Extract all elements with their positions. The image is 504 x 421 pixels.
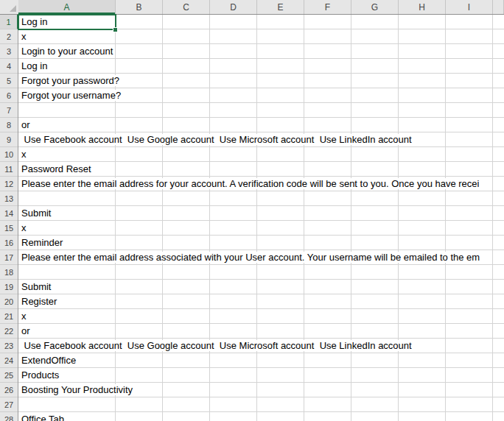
sheet-row-7: 7 — [0, 103, 504, 118]
row-header-28[interactable]: 28 — [0, 412, 18, 421]
sheet-row-17: 17Please enter the email address associa… — [0, 250, 504, 265]
cell-A2[interactable]: x — [18, 29, 504, 43]
sheet-row-11: 11Password Reset — [0, 162, 504, 177]
cell-A28[interactable]: Office Tab — [18, 412, 504, 421]
column-header-G[interactable]: G — [351, 0, 399, 14]
row-header-25[interactable]: 25 — [0, 368, 18, 383]
sheet-row-15: 15x — [0, 221, 504, 236]
row-header-17[interactable]: 17 — [0, 250, 18, 265]
select-all-corner[interactable] — [0, 0, 18, 14]
cell-text: or — [21, 119, 30, 130]
cell-text: ExtendOffice — [21, 355, 76, 366]
cell-A7[interactable] — [18, 103, 504, 117]
sheet-row-10: 10x — [0, 147, 504, 162]
sheet-rows: 1Log in2x3Login to your account4Log in5F… — [0, 15, 504, 421]
row-header-7[interactable]: 7 — [0, 103, 18, 118]
cell-text: Forgot your username? — [21, 90, 121, 101]
row-header-12[interactable]: 12 — [0, 177, 18, 191]
cell-A15[interactable]: x — [18, 221, 504, 235]
sheet-row-16: 16Reminder — [0, 236, 504, 250]
row-header-18[interactable]: 18 — [0, 265, 18, 280]
column-header-E[interactable]: E — [257, 0, 304, 14]
cell-text: Password Reset — [21, 163, 91, 174]
row-header-9[interactable]: 9 — [0, 132, 18, 147]
cell-A13[interactable] — [18, 191, 504, 205]
cell-A6[interactable]: Forgot your username? — [18, 88, 504, 102]
cell-A23[interactable]: Use Facebook account Use Google account … — [18, 339, 504, 353]
cell-text: or — [21, 325, 30, 336]
row-header-8[interactable]: 8 — [0, 118, 18, 132]
sheet-row-23: 23 Use Facebook account Use Google accou… — [0, 339, 504, 353]
column-header-A[interactable]: A — [18, 0, 116, 14]
cell-A1[interactable]: Log in — [18, 15, 504, 29]
cell-text: Reminder — [21, 237, 63, 248]
row-header-6[interactable]: 6 — [0, 88, 18, 103]
cell-text: x — [21, 31, 27, 42]
row-header-23[interactable]: 23 — [0, 339, 18, 353]
sheet-row-4: 4Log in — [0, 59, 504, 74]
cell-A11[interactable]: Password Reset — [18, 162, 504, 176]
column-header-B[interactable]: B — [116, 0, 163, 14]
cell-text: Office Tab — [21, 414, 64, 421]
sheet-row-8: 8or — [0, 118, 504, 132]
sheet-row-25: 25Products — [0, 368, 504, 383]
cell-text: Boosting Your Productivity — [21, 384, 133, 395]
sheet-row-20: 20Register — [0, 294, 504, 309]
row-header-20[interactable]: 20 — [0, 294, 18, 309]
cell-text: Products — [21, 369, 59, 381]
cell-text: Forgot your password? — [21, 75, 119, 86]
cell-A24[interactable]: ExtendOffice — [18, 353, 504, 367]
cell-A22[interactable]: or — [18, 324, 504, 338]
column-header-F[interactable]: F — [304, 0, 351, 14]
sheet-row-9: 9 Use Facebook account Use Google accoun… — [0, 132, 504, 147]
fill-handle[interactable] — [113, 27, 118, 32]
row-header-4[interactable]: 4 — [0, 59, 18, 74]
cell-A14[interactable]: Submit — [18, 206, 504, 220]
cell-text: x — [21, 311, 27, 322]
column-header-I[interactable]: I — [446, 0, 493, 14]
row-header-3[interactable]: 3 — [0, 44, 18, 59]
cell-A9[interactable]: Use Facebook account Use Google account … — [18, 132, 504, 146]
row-header-1[interactable]: 1 — [0, 15, 18, 29]
row-header-11[interactable]: 11 — [0, 162, 18, 177]
cell-A25[interactable]: Products — [18, 368, 504, 382]
cell-A19[interactable]: Submit — [18, 280, 504, 294]
sheet-row-28: 28Office Tab — [0, 412, 504, 421]
cell-A12[interactable]: Please enter the email address for your … — [18, 177, 504, 191]
row-header-10[interactable]: 10 — [0, 147, 18, 162]
column-header-C[interactable]: C — [163, 0, 210, 14]
cell-A27[interactable] — [18, 397, 504, 411]
cell-text: Please enter the email address associate… — [21, 252, 480, 263]
row-header-21[interactable]: 21 — [0, 309, 18, 324]
cell-A3[interactable]: Login to your account — [18, 44, 504, 58]
row-header-16[interactable]: 16 — [0, 236, 18, 250]
row-header-14[interactable]: 14 — [0, 206, 18, 221]
cell-text: Log in — [21, 60, 47, 71]
cell-A17[interactable]: Please enter the email address associate… — [18, 250, 504, 264]
cell-A21[interactable]: x — [18, 309, 504, 323]
cell-A26[interactable]: Boosting Your Productivity — [18, 383, 504, 397]
row-header-15[interactable]: 15 — [0, 221, 18, 236]
sheet-row-3: 3Login to your account — [0, 44, 504, 59]
cell-A16[interactable]: Reminder — [18, 236, 504, 250]
cell-text: Use Facebook account Use Google account … — [21, 340, 412, 351]
row-header-5[interactable]: 5 — [0, 74, 18, 88]
row-header-2[interactable]: 2 — [0, 29, 18, 44]
column-header-partial[interactable] — [493, 0, 504, 14]
row-header-24[interactable]: 24 — [0, 353, 18, 368]
sheet-row-24: 24ExtendOffice — [0, 353, 504, 368]
cell-A20[interactable]: Register — [18, 294, 504, 308]
column-header-H[interactable]: H — [399, 0, 446, 14]
cell-A5[interactable]: Forgot your password? — [18, 74, 504, 88]
cell-A4[interactable]: Log in — [18, 59, 504, 73]
cell-A8[interactable]: or — [18, 118, 504, 132]
column-header-D[interactable]: D — [210, 0, 257, 14]
row-header-19[interactable]: 19 — [0, 280, 18, 294]
row-header-13[interactable]: 13 — [0, 191, 18, 206]
row-header-27[interactable]: 27 — [0, 397, 18, 412]
row-header-26[interactable]: 26 — [0, 383, 18, 397]
row-header-22[interactable]: 22 — [0, 324, 18, 339]
sheet-row-22: 22or — [0, 324, 504, 339]
cell-A18[interactable] — [18, 265, 504, 279]
cell-A10[interactable]: x — [18, 147, 504, 161]
